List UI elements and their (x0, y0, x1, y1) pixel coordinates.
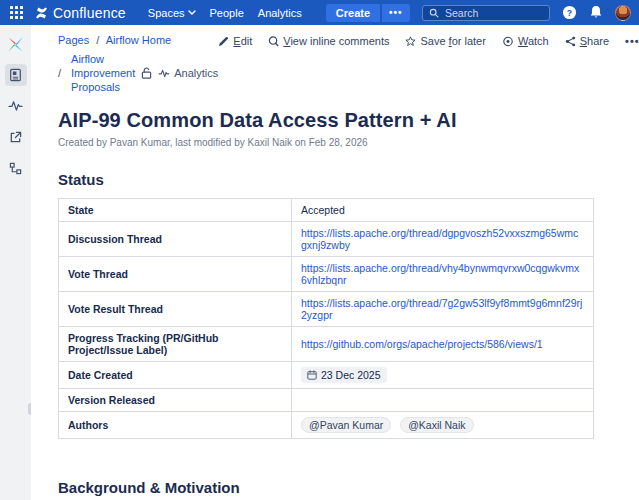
status-table: State Accepted Discussion Thread https:/… (58, 198, 594, 439)
page-content: Pages / Airflow Home / Airflow Improveme… (31, 25, 639, 500)
top-navbar: Confluence Spaces People Analytics Creat… (0, 0, 639, 25)
share-icon (565, 36, 576, 47)
inline-comments-icon (268, 36, 279, 47)
confluence-home-link[interactable]: Confluence (35, 5, 126, 21)
view-inline-comments-button[interactable]: View inline comments (268, 35, 389, 47)
watch-eye-icon (502, 36, 514, 47)
table-row: Authors @Pavan Kumar @Kaxil Naik (59, 412, 594, 439)
date-chip[interactable]: 23 Dec 2025 (301, 367, 387, 383)
page-title: AIP-99 Common Data Access Pattern + AI (58, 109, 621, 132)
save-for-later-button[interactable]: Save for later (405, 35, 485, 47)
page-tree-icon[interactable] (5, 157, 27, 179)
analytics-pulse-icon (158, 69, 170, 78)
table-row: Version Released (59, 389, 594, 412)
calendar-icon (307, 370, 317, 380)
status-heading: Status (58, 171, 621, 188)
help-icon[interactable]: ? (562, 5, 577, 20)
more-actions-button[interactable]: ••• (625, 35, 639, 47)
search-icon (429, 8, 439, 18)
share-button[interactable]: Share (565, 35, 609, 47)
external-link-icon[interactable] (5, 126, 27, 148)
left-sidebar (0, 25, 31, 500)
analytics-pulse-icon[interactable] (5, 95, 27, 117)
svg-text:?: ? (567, 8, 572, 18)
nav-analytics[interactable]: Analytics (258, 7, 302, 19)
edit-button[interactable]: Edit (218, 35, 252, 47)
breadcrumb: Pages / Airflow Home / Airflow Improveme… (58, 33, 218, 94)
notifications-bell-icon[interactable] (589, 5, 603, 20)
background-heading: Background & Motivation (58, 479, 621, 496)
chevron-down-icon (188, 10, 196, 15)
vote-thread-link[interactable]: https://lists.apache.org/thread/vhy4bynw… (301, 262, 579, 286)
nav-people[interactable]: People (210, 7, 244, 19)
product-name: Confluence (53, 5, 126, 21)
discussion-thread-link[interactable]: https://lists.apache.org/thread/dgpgvosz… (301, 227, 578, 251)
create-more-button[interactable]: ••• (382, 4, 410, 22)
watch-button[interactable]: Watch (502, 35, 549, 47)
vote-result-thread-link[interactable]: https://lists.apache.org/thread/7g2gw53l… (301, 297, 582, 321)
app-switcher-icon[interactable] (8, 4, 25, 21)
version-released-value (292, 389, 594, 412)
byline: Created by Pavan Kumar, last modified by… (58, 137, 621, 148)
breadcrumb-pages[interactable]: Pages (58, 34, 89, 46)
table-row: Date Created 23 Dec 2025 (59, 362, 594, 389)
confluence-logo-icon (35, 7, 48, 19)
airflow-logo-icon[interactable] (5, 33, 27, 55)
user-avatar[interactable] (615, 5, 631, 21)
breadcrumb-current[interactable]: Airflow Improvement Proposals (71, 52, 135, 94)
state-value: Accepted (292, 199, 594, 222)
unlock-icon[interactable] (141, 67, 152, 79)
create-button[interactable]: Create (326, 4, 380, 22)
page-icon[interactable] (5, 64, 27, 86)
author-mention[interactable]: @Pavan Kumar (301, 417, 391, 433)
page-analytics-link[interactable]: Analytics (158, 66, 218, 80)
table-row: Vote Thread https://lists.apache.org/thr… (59, 257, 594, 292)
table-row: Discussion Thread https://lists.apache.o… (59, 222, 594, 257)
table-row: Vote Result Thread https://lists.apache.… (59, 292, 594, 327)
page-actions: Edit View inline comments Save for later… (218, 35, 639, 47)
breadcrumb-airflow-home[interactable]: Airflow Home (106, 34, 171, 46)
table-row: State Accepted (59, 199, 594, 222)
pencil-icon (218, 36, 229, 47)
nav-spaces[interactable]: Spaces (148, 7, 196, 19)
progress-tracking-link[interactable]: https://github.com/orgs/apache/projects/… (301, 338, 543, 350)
author-mention[interactable]: @Kaxil Naik (400, 417, 473, 433)
search-input[interactable] (445, 7, 543, 19)
table-row: Progress Tracking (PR/GitHub Project/Iss… (59, 327, 594, 362)
star-icon (405, 36, 416, 47)
search-box[interactable] (422, 5, 550, 21)
